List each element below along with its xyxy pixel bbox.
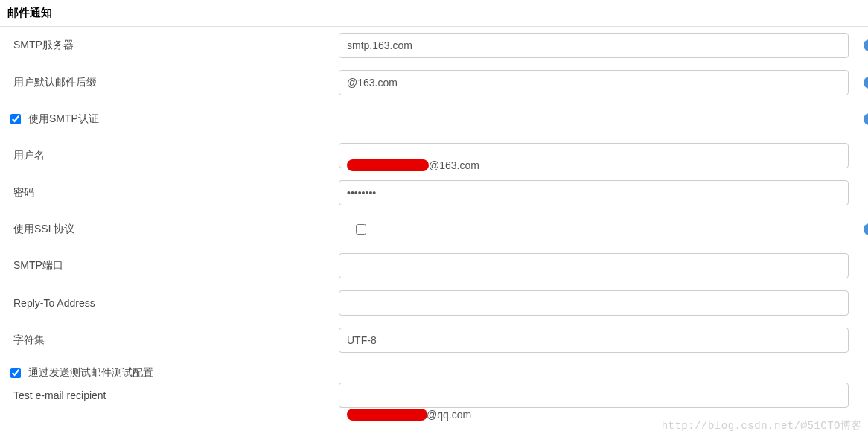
checkbox-use-smtp-auth[interactable] <box>10 114 21 124</box>
label-smtp-port: SMTP端口 <box>7 259 339 272</box>
checkbox-test-config[interactable] <box>10 368 21 378</box>
input-password[interactable] <box>339 180 849 205</box>
label-test-config: 通过发送测试邮件测试配置 <box>28 366 153 380</box>
input-charset[interactable] <box>339 328 849 353</box>
label-reply-to: Reply-To Address <box>7 297 339 309</box>
label-use-smtp-auth: 使用SMTP认证 <box>28 112 99 126</box>
watermark-text: http://blog.csdn.net/@51CTO博客 <box>662 419 862 433</box>
redaction-mark <box>347 409 427 421</box>
row-reply-to: Reply-To Address <box>0 284 868 322</box>
checkbox-use-ssl[interactable] <box>356 224 366 235</box>
row-smtp-server: SMTP服务器 <box>0 27 868 64</box>
input-reply-to[interactable] <box>339 290 849 316</box>
label-use-ssl: 使用SSL协议 <box>7 223 339 236</box>
label-test-recipient: Test e-mail recipient <box>7 389 339 401</box>
input-default-suffix[interactable] <box>339 70 849 95</box>
row-username: 用户名 <box>0 137 868 174</box>
input-test-recipient[interactable] <box>339 383 849 408</box>
label-charset: 字符集 <box>7 334 339 347</box>
redaction-mark <box>347 159 429 171</box>
row-default-suffix: 用户默认邮件后缀 <box>0 64 868 101</box>
row-smtp-port: SMTP端口 <box>0 247 868 284</box>
email-notification-form: SMTP服务器 用户默认邮件后缀 使用SMTP认证 用户名 密码 <box>0 27 868 414</box>
help-icon[interactable] <box>864 77 868 89</box>
input-smtp-server[interactable] <box>339 33 849 58</box>
row-charset: 字符集 <box>0 322 868 359</box>
help-icon[interactable] <box>864 113 868 125</box>
section-title: 邮件通知 <box>0 0 868 27</box>
row-password: 密码 <box>0 174 868 211</box>
input-smtp-port[interactable] <box>339 253 849 278</box>
row-test-recipient: Test e-mail recipient <box>0 383 868 414</box>
label-smtp-server: SMTP服务器 <box>7 39 339 52</box>
help-icon[interactable] <box>864 223 868 235</box>
label-username: 用户名 <box>7 149 339 162</box>
row-test-config: 通过发送测试邮件测试配置 <box>0 359 868 383</box>
label-password: 密码 <box>7 186 339 200</box>
help-icon[interactable] <box>864 39 868 51</box>
row-use-ssl: 使用SSL协议 <box>0 211 868 247</box>
row-use-smtp-auth: 使用SMTP认证 <box>0 101 868 137</box>
label-default-suffix: 用户默认邮件后缀 <box>7 76 339 89</box>
